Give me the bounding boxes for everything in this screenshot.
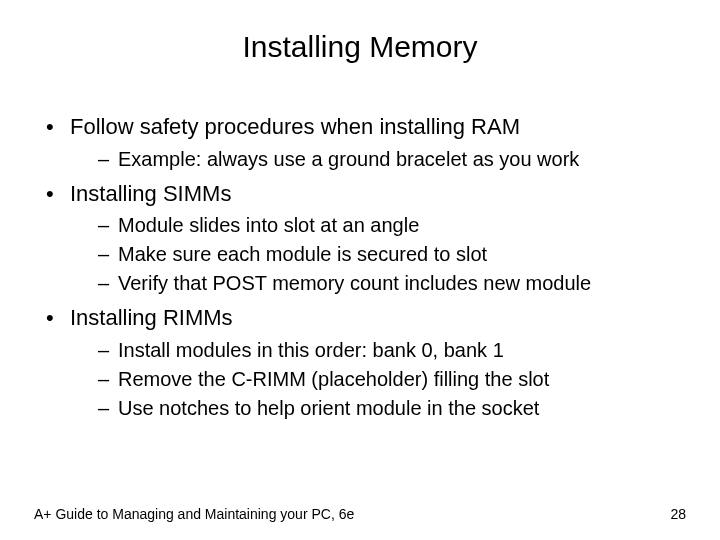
footer-source: A+ Guide to Managing and Maintaining you… <box>34 506 354 522</box>
list-item: Remove the C-RIMM (placeholder) filling … <box>98 366 686 393</box>
bullet-text: Example: always use a ground bracelet as… <box>118 148 579 170</box>
bullet-list: Follow safety procedures when installing… <box>34 112 686 422</box>
list-item: Installing RIMMs Install modules in this… <box>46 303 686 422</box>
list-item: Install modules in this order: bank 0, b… <box>98 337 686 364</box>
bullet-text: Installing RIMMs <box>70 305 233 330</box>
list-item: Verify that POST memory count includes n… <box>98 270 686 297</box>
bullet-text: Follow safety procedures when installing… <box>70 114 520 139</box>
sub-list: Install modules in this order: bank 0, b… <box>70 337 686 422</box>
list-item: Use notches to help orient module in the… <box>98 395 686 422</box>
list-item: Make sure each module is secured to slot <box>98 241 686 268</box>
slide: Installing Memory Follow safety procedur… <box>0 0 720 540</box>
list-item: Example: always use a ground bracelet as… <box>98 146 686 173</box>
bullet-text: Module slides into slot at an angle <box>118 214 419 236</box>
list-item: Installing SIMMs Module slides into slot… <box>46 179 686 298</box>
bullet-text: Verify that POST memory count includes n… <box>118 272 591 294</box>
bullet-text: Installing SIMMs <box>70 181 231 206</box>
bullet-text: Install modules in this order: bank 0, b… <box>118 339 504 361</box>
list-item: Follow safety procedures when installing… <box>46 112 686 173</box>
bullet-text: Use notches to help orient module in the… <box>118 397 539 419</box>
list-item: Module slides into slot at an angle <box>98 212 686 239</box>
sub-list: Module slides into slot at an angle Make… <box>70 212 686 297</box>
page-number: 28 <box>670 506 686 522</box>
slide-title: Installing Memory <box>34 30 686 64</box>
footer: A+ Guide to Managing and Maintaining you… <box>34 506 686 522</box>
bullet-text: Make sure each module is secured to slot <box>118 243 487 265</box>
bullet-text: Remove the C-RIMM (placeholder) filling … <box>118 368 549 390</box>
sub-list: Example: always use a ground bracelet as… <box>70 146 686 173</box>
